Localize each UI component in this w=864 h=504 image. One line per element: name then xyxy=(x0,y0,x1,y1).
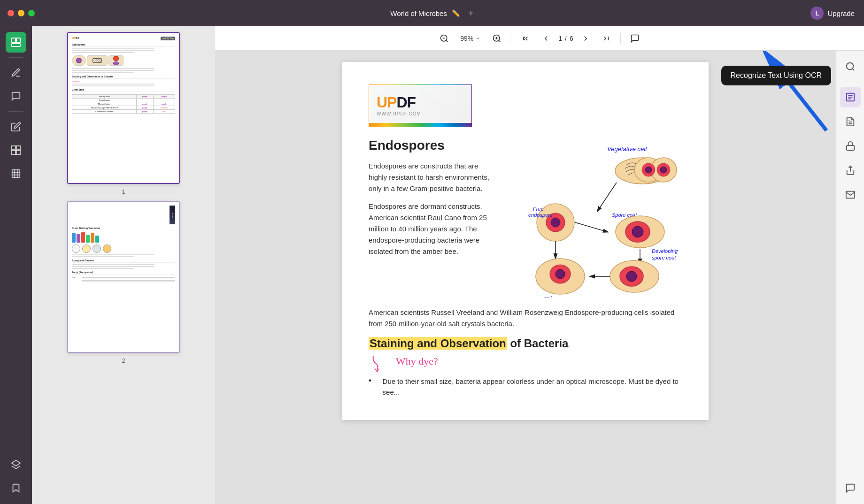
sidebar-icon-bookmark[interactable] xyxy=(6,478,26,498)
pdf-viewer[interactable]: UPDF WWW.UPDF.COM Endospores Endospores … xyxy=(215,51,836,504)
svg-point-30 xyxy=(660,167,667,173)
page-indicator: 1 / 6 xyxy=(558,35,573,42)
sidebar-icon-comment[interactable] xyxy=(6,86,26,107)
traffic-lights xyxy=(8,10,35,16)
svg-text:Free: Free xyxy=(533,206,544,212)
next-page-button[interactable] xyxy=(577,30,594,47)
svg-rect-58 xyxy=(846,145,854,150)
email-icon xyxy=(845,190,856,200)
svg-point-50 xyxy=(846,63,853,70)
current-page: 1 xyxy=(558,35,562,42)
thumbnail-img-1: UPDF BACTERIA Endospores xyxy=(68,33,179,183)
edit-title-icon[interactable]: ✏️ xyxy=(452,9,460,17)
share-button[interactable] xyxy=(840,160,861,181)
zoom-level: 99% xyxy=(460,35,473,42)
last-page-button[interactable] xyxy=(598,30,615,47)
sidebar-divider-1 xyxy=(8,57,23,58)
text-column: Endospores Endospores are constructs tha… xyxy=(369,138,493,299)
para1: Endospores are constructs that are highl… xyxy=(369,160,493,194)
right-tools-divider-1 xyxy=(843,82,857,82)
para2: Endospores are dormant constructs. Ameri… xyxy=(369,201,493,257)
bullet-text-content: Due to their small size, bacteria appear… xyxy=(383,376,682,397)
sidebar-icon-edit[interactable] xyxy=(6,116,26,137)
thumbnail-panel: UPDF BACTERIA Endospores xyxy=(32,26,215,504)
svg-rect-5 xyxy=(12,151,15,154)
zoom-display[interactable]: 99% xyxy=(456,33,485,44)
svg-rect-3 xyxy=(12,146,15,150)
comment-view-button[interactable] xyxy=(626,30,643,47)
thumbnail-frame-2[interactable]: UPDF Gram Staining Procedure xyxy=(67,201,180,353)
svg-line-17 xyxy=(499,40,501,42)
svg-rect-7 xyxy=(12,170,20,178)
sidebar-icon-organize[interactable] xyxy=(6,140,26,160)
toolbar: 99% xyxy=(215,26,864,51)
endospore-diagram-svg: Vegetative cell xyxy=(504,138,682,298)
svg-point-47 xyxy=(555,269,565,279)
comment-tool-button[interactable] xyxy=(840,478,861,498)
left-sidebar xyxy=(0,26,32,504)
sidebar-icon-annotate[interactable] xyxy=(6,62,26,83)
svg-text:spore coat: spore coat xyxy=(652,255,676,260)
close-button[interactable] xyxy=(8,10,14,16)
staining-title-rest: of Bacteria xyxy=(510,337,568,350)
svg-rect-1 xyxy=(16,38,20,43)
svg-rect-6 xyxy=(16,151,20,154)
secure-icon xyxy=(845,141,856,151)
minimize-button[interactable] xyxy=(18,10,24,16)
updf-logo-text: UPDF xyxy=(377,94,416,111)
first-page-button[interactable] xyxy=(517,30,534,47)
svg-rect-2 xyxy=(12,44,20,46)
svg-text:cell: cell xyxy=(544,295,552,298)
title-bar-right: L Upgrade xyxy=(810,7,855,20)
why-dye-container: Why dye? xyxy=(369,354,682,373)
bullet-symbol: • xyxy=(369,376,371,385)
svg-text:Developing: Developing xyxy=(652,248,678,254)
para3: American scientists Russell Vreeland and… xyxy=(369,307,682,329)
ocr-tooltip: Recognize Text Using OCR xyxy=(721,66,831,85)
maximize-button[interactable] xyxy=(28,10,35,16)
zoom-out-button[interactable] xyxy=(436,30,453,47)
sidebar-divider-2 xyxy=(8,111,23,112)
svg-point-44 xyxy=(626,271,637,282)
search-tool-button[interactable] xyxy=(840,56,861,77)
convert-pdf-button[interactable] xyxy=(840,111,861,132)
sidebar-icon-protect[interactable] xyxy=(6,163,26,184)
upgrade-button[interactable]: Upgrade xyxy=(827,9,855,17)
ocr-tool-button[interactable] xyxy=(840,87,861,107)
sidebar-icon-reader[interactable] xyxy=(6,32,26,53)
svg-text:Vegetative cell: Vegetative cell xyxy=(607,145,647,153)
svg-line-51 xyxy=(852,69,854,70)
ocr-icon xyxy=(845,92,856,102)
user-avatar[interactable]: L xyxy=(810,7,824,20)
svg-point-28 xyxy=(645,167,652,173)
prev-page-button[interactable] xyxy=(538,30,555,47)
pdf-page: UPDF WWW.UPDF.COM Endospores Endospores … xyxy=(342,62,709,420)
svg-marker-12 xyxy=(12,460,20,466)
staining-title: Staining and Observation of Bacteria xyxy=(369,337,682,350)
comment-tool-icon xyxy=(845,483,856,493)
thumbnail-1[interactable]: UPDF BACTERIA Endospores xyxy=(67,32,180,195)
updf-logo-box: UPDF WWW.UPDF.COM xyxy=(369,84,472,127)
share-icon xyxy=(845,165,856,176)
thumbnail-2[interactable]: UPDF Gram Staining Procedure xyxy=(67,201,180,364)
staining-title-highlighted: Staining and Observation xyxy=(369,337,507,350)
thumbnail-frame-1[interactable]: UPDF BACTERIA Endospores xyxy=(67,32,180,184)
sidebar-icon-layers[interactable] xyxy=(6,454,26,475)
secure-button[interactable] xyxy=(840,136,861,156)
page-separator: / xyxy=(565,35,567,42)
content-section: Endospores Endospores are constructs tha… xyxy=(369,138,682,299)
svg-line-14 xyxy=(446,40,448,42)
thumbnail-page-1: 1 xyxy=(122,189,125,195)
svg-text:endospore: endospore xyxy=(528,212,553,218)
zoom-in-button[interactable] xyxy=(488,30,505,47)
new-tab-button[interactable]: + xyxy=(468,8,474,19)
email-button[interactable] xyxy=(840,184,861,205)
updf-logo-section: UPDF WWW.UPDF.COM xyxy=(369,84,682,127)
why-dye-arrow-icon xyxy=(369,354,392,373)
toolbar-divider-2 xyxy=(620,33,621,44)
convert-pdf-icon xyxy=(845,116,856,127)
why-dye-text: Why dye? xyxy=(396,355,438,367)
right-tools-panel: Recognize Text Using OCR xyxy=(836,51,864,504)
window-title: World of Microbes xyxy=(390,9,447,17)
updf-url: WWW.UPDF.COM xyxy=(377,111,421,116)
